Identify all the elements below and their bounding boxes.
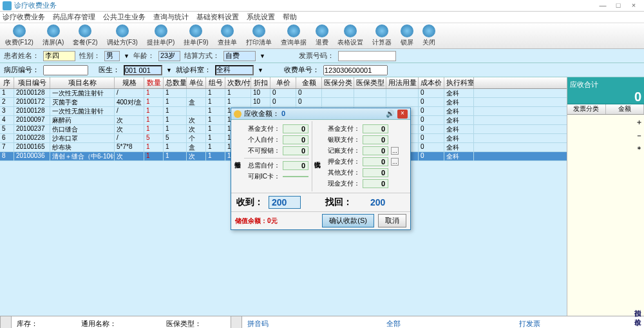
doctor-input[interactable] [124,65,162,75]
dlg-close[interactable]: × [397,110,408,119]
toolbar-icon-13 [422,24,435,37]
col-header-15[interactable]: 成本价 [419,77,444,88]
side-minus[interactable]: － [636,131,643,140]
toolbar-icon-5 [189,24,202,37]
side-col-0: 发票分类 [567,104,606,114]
col-header-4[interactable]: 数量 [144,77,164,88]
sound-icon[interactable]: 🔊 [386,110,396,119]
invoice-input[interactable] [338,51,396,61]
bottom-link-2[interactable]: 打发票 [519,319,639,328]
bottom-vtab2[interactable]: 辅助功能 [231,316,242,328]
bottom-left-2: 医保类型： [166,319,225,328]
menu-item-6[interactable]: 帮助 [283,12,297,22]
table-row[interactable]: 120100128一次性无菌注射针/111110000全科 [0,89,567,98]
sex-label: 性别： [79,51,100,61]
doctor-label: 医生： [99,65,120,75]
patient-input[interactable] [43,51,75,61]
more-button[interactable]: ... [391,158,399,166]
toolbar-icon-8 [287,24,300,37]
dlg-sec3-label: 实收情况 [312,121,321,191]
toolbar-btn-11[interactable]: 计算器 [370,23,394,48]
sex-input[interactable] [104,51,120,61]
patient-label: 患者姓名： [4,51,39,61]
toolbar-icon-2 [79,24,91,37]
col-header-3[interactable]: 规格 [115,77,144,88]
col-header-1[interactable]: 项目编号 [14,77,50,88]
toolbar-icon-12 [401,24,413,37]
toolbar-btn-13[interactable]: 关闭 [420,23,438,48]
change-value: 200 [370,197,385,207]
toolbar-btn-1[interactable]: 清屏(A) [40,23,66,48]
toolbar-icon-11 [375,24,388,37]
side-plus[interactable]: ＋ [636,117,643,127]
window-max[interactable]: □ [611,1,626,10]
toolbar-btn-3[interactable]: 调处方(F3) [104,23,140,48]
toolbar-icon-10 [344,24,357,37]
table-row[interactable]: 220100172灭菌手套400对/盒11盒1110000全科 [0,98,567,107]
record-input[interactable] [43,65,88,75]
col-header-16[interactable]: 执行科室 [444,77,474,88]
toolbar-btn-0[interactable]: 收费(F12) [3,23,36,48]
menu-item-0[interactable]: 诊疗收费业务 [3,12,45,22]
toolbar-btn-7[interactable]: 打印清单 [243,23,274,48]
pay-input[interactable] [269,196,301,209]
toolbar-btn-2[interactable]: 套餐(F2) [70,23,100,48]
col-header-7[interactable]: 组号 [206,77,225,88]
toolbar-icon-4 [155,24,167,37]
app-icon [3,1,12,10]
dlg-sec1-label: 基金报销 [232,121,242,191]
col-header-11[interactable]: 金额 [296,77,322,88]
window-title: 诊疗收费业务 [14,1,595,10]
toolbar-btn-6[interactable]: 查挂单 [215,23,240,48]
col-header-9[interactable]: 折扣 [251,77,270,88]
col-header-5[interactable]: 总数量 [164,77,187,88]
bottom-link-1[interactable]: 全部 [386,319,499,328]
col-header-2[interactable]: 项目名称 [50,77,115,88]
confirm-button[interactable]: 确认收款(S) [322,214,374,227]
menu-item-2[interactable]: 公共卫生业务 [103,12,146,22]
side-col-1: 金额 [606,104,645,114]
toolbar-icon-6 [221,24,234,37]
age-input[interactable] [158,51,180,61]
fee-input[interactable] [323,65,388,75]
menu-item-3[interactable]: 查询与统计 [153,12,189,22]
window-close[interactable]: × [626,1,641,10]
toolbar-btn-10[interactable]: 表格设置 [335,23,366,48]
more-button[interactable]: ... [391,147,399,155]
col-header-12[interactable]: 医保分类 [322,77,354,88]
col-header-10[interactable]: 单价 [270,77,296,88]
toolbar-btn-5[interactable]: 挂单(F9) [181,23,211,48]
toolbar-icon-0 [13,24,26,37]
toolbar-icon-9 [316,24,328,37]
col-header-8[interactable]: 次数/付 [225,77,251,88]
col-header-0[interactable]: 序 [0,77,14,88]
settle-input[interactable] [223,51,256,61]
col-header-6[interactable]: 单位 [187,77,206,88]
menu-item-5[interactable]: 系统设置 [247,12,275,22]
total-label: 应收合计 [570,80,641,90]
payment-dialog: 应收金额： 0 🔊 × 基金报销 基金支付：0个人自付：0不可报销：0总需自付：… [231,108,411,230]
invoice-label: 发票号码： [299,51,334,61]
total-value: 0 [570,90,641,104]
toolbar-icon-1 [47,24,60,37]
dlg-title-value: 0 [281,110,285,117]
menu-item-4[interactable]: 基础资料设置 [196,12,239,22]
bottom-left-1: 通用名称： [81,319,147,328]
dept-input[interactable] [215,65,254,75]
col-header-14[interactable]: 用法用量 [386,77,419,88]
toolbar-btn-4[interactable]: 提挂单(P) [144,23,177,48]
col-header-13[interactable]: 医保类型 [354,77,386,88]
fee-label: 收费单号： [284,65,319,75]
bottom-left-0: 库存： [17,319,62,328]
bottom-vtab1[interactable]: 项目资料 [0,316,12,328]
toolbar-btn-8[interactable]: 查询单据 [278,23,309,48]
toolbar-btn-12[interactable]: 锁屏 [398,23,416,48]
cancel-button[interactable]: 取消 [378,214,406,227]
settle-label: 结算方式： [184,51,220,61]
bottom-link-0[interactable]: 拼音码 [247,319,367,328]
side-star[interactable]: ＊ [636,144,643,154]
toolbar-btn-9[interactable]: 退费 [313,23,331,48]
window-min[interactable]: — [595,1,611,10]
store-balance: 储值余额：0元 [235,217,318,226]
menu-item-1[interactable]: 药品库存管理 [53,12,95,22]
